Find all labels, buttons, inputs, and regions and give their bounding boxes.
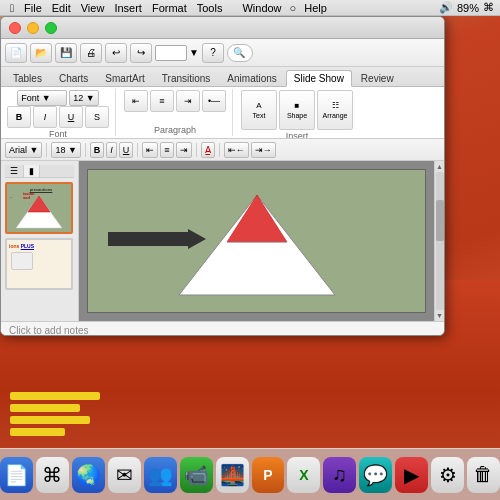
align-right-btn[interactable]: ⇥ (176, 90, 200, 112)
os-menu-bar:  File Edit View Insert Format Tools Win… (0, 0, 500, 16)
dock-safari[interactable]: 🌏 (72, 457, 105, 493)
align-left-btn[interactable]: ⇤ (124, 90, 148, 112)
open-btn[interactable]: 📂 (30, 43, 52, 63)
print-btn[interactable]: 🖨 (80, 43, 102, 63)
tab-transitions[interactable]: Transitions (154, 70, 219, 86)
window-menu[interactable]: Window (238, 2, 285, 14)
outline-tab[interactable]: ☰ (5, 165, 24, 177)
dock-messages[interactable]: 💬 (359, 457, 392, 493)
fmt-align-right[interactable]: ⇥ (176, 142, 192, 158)
apple-menu[interactable]:  (6, 2, 18, 14)
slide-thumb-2[interactable]: ions PLUS (5, 238, 73, 290)
fmt-underline[interactable]: U (119, 142, 134, 158)
tools-menu[interactable]: Tools (193, 2, 227, 14)
main-slide[interactable] (87, 169, 426, 313)
align-center-btn[interactable]: ≡ (150, 90, 174, 112)
zoom-input[interactable] (155, 45, 187, 61)
tab-review[interactable]: Review (353, 70, 402, 86)
font-size[interactable]: 12 ▼ (69, 90, 98, 106)
dock: 📄 ⌘ 🌏 ✉ 👥 📹 🌉 P X ♫ 💬 ▶ ⚙ 🗑 (0, 448, 500, 500)
scroll-up-btn[interactable]: ▲ (436, 163, 443, 170)
fmt-color[interactable]: A̲ (201, 142, 215, 158)
edit-menu[interactable]: Edit (48, 2, 75, 14)
slide-title (88, 170, 425, 180)
tab-charts[interactable]: Charts (51, 70, 96, 86)
separator3 (137, 143, 138, 157)
scroll-thumb (436, 200, 444, 241)
scroll-track[interactable] (436, 172, 444, 310)
fmt-italic[interactable]: I (106, 142, 117, 158)
arrange-btn[interactable]: ☷Arrange (317, 90, 353, 130)
bullets-btn[interactable]: •— (202, 90, 226, 112)
dock-youtube[interactable]: ▶ (395, 457, 428, 493)
fmt-indent-inc[interactable]: ⇥→ (251, 142, 276, 158)
tab-slideshow[interactable]: Slide Show (286, 70, 352, 87)
zoom-dropdown-icon[interactable]: ▼ (189, 47, 199, 58)
insert-textbox-btn[interactable]: AText (241, 90, 277, 130)
fmt-font-select[interactable]: Arial ▼ (5, 142, 42, 158)
tab-smartart[interactable]: SmartArt (97, 70, 152, 86)
slide-canvas (79, 161, 434, 321)
dock-system-prefs[interactable]: ⚙ (431, 457, 464, 493)
undo-btn[interactable]: ↩ (105, 43, 127, 63)
insert-shape-btn[interactable]: ■Shape (279, 90, 315, 130)
pyramid-container (177, 190, 337, 300)
file-menu[interactable]: File (20, 2, 46, 14)
dock-photos[interactable]: 🌉 (216, 457, 249, 493)
dock-contacts[interactable]: 👥 (144, 457, 177, 493)
underline-btn[interactable]: U (59, 106, 83, 128)
save-btn[interactable]: 💾 (55, 43, 77, 63)
vertical-scrollbar[interactable]: ▲ ▼ (434, 161, 444, 321)
dock-finder[interactable]: 📄 (0, 457, 33, 493)
dock-itunes[interactable]: ♫ (323, 457, 356, 493)
format-menu[interactable]: Format (148, 2, 191, 14)
dock-excel[interactable]: X (287, 457, 320, 493)
main-content: ☰ ▮ precautions → issionsed (1, 161, 444, 321)
view-menu[interactable]: View (77, 2, 109, 14)
italic-btn[interactable]: I (33, 106, 57, 128)
help-menu[interactable]: Help (300, 2, 331, 14)
thumb2-title: ions PLUS (9, 243, 34, 249)
insert-menu[interactable]: Insert (110, 2, 146, 14)
separator2 (85, 143, 86, 157)
strikethrough-btn[interactable]: S (85, 106, 109, 128)
fmt-align-center[interactable]: ≡ (160, 142, 173, 158)
thumb1-title: precautions (9, 187, 73, 192)
yellow-stripes (10, 392, 100, 440)
redo-btn[interactable]: ↪ (130, 43, 152, 63)
battery-indicator: 89% (457, 2, 479, 14)
search-box[interactable]: 🔍 (227, 44, 253, 62)
ribbon-tabs: Tables Charts SmartArt Transitions Anima… (1, 67, 444, 87)
help-btn[interactable]: ? (202, 43, 224, 63)
fmt-align-left[interactable]: ⇤ (142, 142, 158, 158)
panel-tabs: ☰ ▮ (5, 165, 74, 178)
volume-icon: 🔊 (439, 1, 453, 14)
bold-btn[interactable]: B (7, 106, 31, 128)
zoom-control[interactable]: ▼ (155, 45, 199, 61)
minimize-button[interactable] (27, 22, 39, 34)
notes-placeholder: Click to add notes (9, 325, 89, 336)
slide-thumb-1[interactable]: precautions → issionsed (5, 182, 73, 234)
tab-tables[interactable]: Tables (5, 70, 50, 86)
maximize-button[interactable] (45, 22, 57, 34)
dock-launchpad[interactable]: ⌘ (36, 457, 69, 493)
font-selector[interactable]: Font ▼ (17, 90, 67, 106)
fmt-indent-dec[interactable]: ⇤← (224, 142, 249, 158)
dock-mail[interactable]: ✉ (108, 457, 141, 493)
dock-trash[interactable]: 🗑 (467, 457, 500, 493)
tab-animations[interactable]: Animations (219, 70, 284, 86)
fmt-bold[interactable]: B (90, 142, 105, 158)
thumb1-arrow: → (9, 196, 13, 200)
scroll-down-btn[interactable]: ▼ (436, 312, 443, 319)
notes-bar[interactable]: Click to add notes (1, 321, 444, 336)
slides-tab[interactable]: ▮ (24, 165, 40, 177)
fmt-size[interactable]: 18 ▼ (51, 142, 80, 158)
insert-group-label: Insert (286, 131, 309, 139)
separator5 (219, 143, 220, 157)
dock-facetime[interactable]: 📹 (180, 457, 213, 493)
close-button[interactable] (9, 22, 21, 34)
pyramid-svg (177, 190, 337, 300)
new-btn[interactable]: 📄 (5, 43, 27, 63)
dock-powerpoint[interactable]: P (252, 457, 285, 493)
ribbon-content: Font ▼ 12 ▼ B I U S Font ⇤ ≡ ⇥ •— Paragr… (1, 87, 444, 139)
